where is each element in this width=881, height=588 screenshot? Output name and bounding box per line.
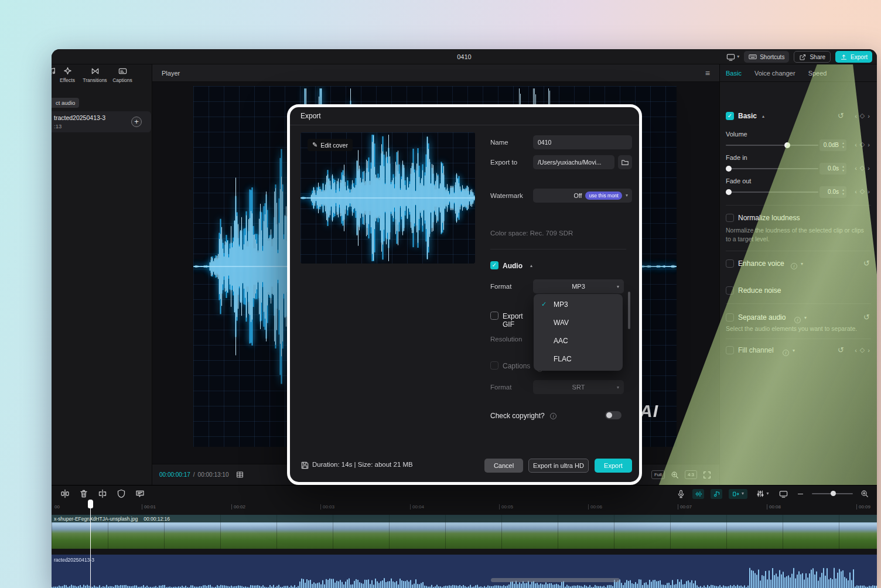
copyright-toggle[interactable] xyxy=(605,411,622,419)
keyframe-diamond-icon[interactable]: ◇ xyxy=(860,346,865,354)
media-list-item[interactable]: tracted20250413-3 :13 + xyxy=(52,111,151,132)
keyframe-diamond-icon[interactable]: ◇ xyxy=(860,141,865,148)
chevron-down-icon[interactable]: ▾ xyxy=(793,348,795,353)
shortcuts-button[interactable]: Shortcuts xyxy=(744,51,789,63)
reset-icon[interactable]: ↺ xyxy=(838,346,844,354)
fit-full-button[interactable]: Full xyxy=(651,470,665,479)
show-audio-waveform-button[interactable] xyxy=(692,489,704,499)
caption-format-select[interactable]: SRT ▾ xyxy=(533,380,624,394)
reduce-noise-checkbox[interactable] xyxy=(726,286,734,295)
fade-in-stepper[interactable]: ▴▾ xyxy=(842,165,844,172)
frame-grid-icon[interactable] xyxy=(236,471,244,478)
info-icon[interactable]: i xyxy=(791,314,801,324)
record-voiceover-button[interactable] xyxy=(675,488,686,499)
export-path-input[interactable]: /Users/yuxiachu/Movi... xyxy=(533,155,614,169)
timeline-ruler[interactable]: 00 00:01 00:02 00:03 00:04 00:05 00:06 0… xyxy=(52,502,877,512)
normalize-loudness-checkbox[interactable] xyxy=(726,214,734,222)
export-ultra-hd-button[interactable]: Export in ultra HD xyxy=(528,459,589,473)
prev-keyframe-icon[interactable]: ‹ xyxy=(855,112,857,119)
player-menu-icon[interactable]: ≡ xyxy=(705,64,710,82)
tab-transitions[interactable]: Transitions xyxy=(81,67,108,83)
basic-checkbox[interactable]: ✓ xyxy=(726,112,734,120)
tab-speed[interactable]: Speed xyxy=(808,70,827,77)
delete-clip-button[interactable] xyxy=(78,488,89,499)
form-scrollbar[interactable] xyxy=(628,292,630,329)
fade-out-stepper[interactable]: ▴▾ xyxy=(842,188,844,196)
format-option-flac[interactable]: FLAC xyxy=(534,350,623,368)
playhead[interactable] xyxy=(88,500,94,588)
audio-track-clip[interactable]: racted20250413-3 xyxy=(52,555,877,588)
format-option-aac[interactable]: AAC xyxy=(534,331,623,350)
fade-out-slider-handle[interactable] xyxy=(726,189,732,195)
chevron-down-icon[interactable]: ▾ xyxy=(801,262,803,266)
name-input[interactable]: 0410 xyxy=(533,135,632,149)
mask-button[interactable] xyxy=(116,488,127,499)
playhead-handle[interactable] xyxy=(88,500,93,508)
track-options-button[interactable]: ▾ xyxy=(754,488,771,499)
aspect-ratio-button[interactable]: 4:3 xyxy=(685,470,697,479)
beat-marker-button[interactable] xyxy=(711,489,722,499)
keyframe-diamond-icon[interactable]: ◇ xyxy=(860,187,865,195)
export-gif-checkbox[interactable] xyxy=(490,312,498,320)
zoom-magnifier-icon[interactable] xyxy=(671,471,679,479)
browse-folder-button[interactable] xyxy=(618,155,632,169)
watermark-select[interactable]: Off use this mont ▾ xyxy=(533,189,632,203)
mirror-clip-button[interactable] xyxy=(97,488,108,499)
prev-keyframe-icon[interactable]: ‹ xyxy=(855,188,857,195)
auto-scroll-button[interactable]: ▾ xyxy=(729,489,747,499)
enhance-voice-checkbox[interactable] xyxy=(726,259,734,268)
fill-channel-checkbox[interactable] xyxy=(726,346,734,354)
chevron-down-icon[interactable]: ▾ xyxy=(804,316,807,320)
tab-effects[interactable]: Effects xyxy=(54,67,81,83)
tab-voice-changer[interactable]: Voice changer xyxy=(754,70,795,77)
next-keyframe-icon[interactable]: › xyxy=(868,165,870,172)
next-keyframe-icon[interactable]: › xyxy=(868,188,870,195)
audio-checkbox[interactable]: ✓ xyxy=(490,261,498,269)
info-icon[interactable]: i xyxy=(788,260,797,271)
export-confirm-button[interactable]: Export xyxy=(595,459,632,473)
tab-basic[interactable]: Basic xyxy=(726,70,742,77)
zoom-slider-handle[interactable] xyxy=(831,491,836,496)
collapse-icon[interactable]: ▴ xyxy=(530,264,532,268)
extract-audio-tag[interactable]: ct audio xyxy=(52,98,79,108)
add-to-timeline-button[interactable]: + xyxy=(131,117,142,127)
tab-captions[interactable]: Captions xyxy=(109,67,136,83)
timeline-horizontal-scrollbar[interactable] xyxy=(491,578,620,582)
volume-slider[interactable] xyxy=(726,145,818,146)
timeline-zoom-slider[interactable] xyxy=(812,493,853,494)
separate-audio-checkbox[interactable] xyxy=(726,313,734,322)
info-icon[interactable]: i xyxy=(780,347,789,357)
share-button[interactable]: Share xyxy=(794,51,831,63)
reset-icon[interactable]: ↺ xyxy=(863,313,870,322)
preview-axis-button[interactable] xyxy=(778,488,788,499)
fade-in-slider[interactable] xyxy=(726,168,818,169)
export-button[interactable]: Export xyxy=(835,51,872,63)
fade-out-slider[interactable] xyxy=(726,192,818,193)
display-settings-button[interactable]: ▾ xyxy=(726,53,739,61)
split-clip-button[interactable] xyxy=(60,488,70,499)
prev-keyframe-icon[interactable]: ‹ xyxy=(855,165,857,172)
reset-icon[interactable]: ↺ xyxy=(863,259,870,268)
volume-slider-handle[interactable] xyxy=(784,142,790,148)
prev-keyframe-icon[interactable]: ‹ xyxy=(855,141,857,148)
reset-icon[interactable]: ↺ xyxy=(838,111,844,120)
format-select[interactable]: MP3 ▾ xyxy=(533,279,624,293)
edit-cover-button[interactable]: ✎ Edit cover xyxy=(308,139,353,151)
format-option-wav[interactable]: WAV xyxy=(534,313,623,331)
zoom-out-button[interactable] xyxy=(795,488,805,499)
zoom-fit-button[interactable] xyxy=(859,488,870,499)
extract-text-button[interactable] xyxy=(135,488,145,499)
format-option-mp3[interactable]: ✓ MP3 xyxy=(534,295,623,313)
next-keyframe-icon[interactable]: › xyxy=(868,112,870,119)
captions-checkbox[interactable] xyxy=(490,361,498,370)
cancel-button[interactable]: Cancel xyxy=(484,459,523,473)
next-keyframe-icon[interactable]: › xyxy=(868,347,870,354)
keyframe-diamond-icon[interactable]: ◇ xyxy=(860,112,865,119)
volume-stepper[interactable]: ▴▾ xyxy=(842,141,844,149)
video-track-clip[interactable]: x-shuper-EFegnXdHTJA-unsplash.jpg 00:00:… xyxy=(52,515,877,549)
keyframe-diamond-icon[interactable]: ◇ xyxy=(860,164,865,172)
fullscreen-icon[interactable] xyxy=(703,471,711,479)
next-keyframe-icon[interactable]: › xyxy=(868,141,870,148)
keyframe-controls[interactable]: ‹◇› xyxy=(855,112,870,119)
fade-in-slider-handle[interactable] xyxy=(726,166,732,172)
